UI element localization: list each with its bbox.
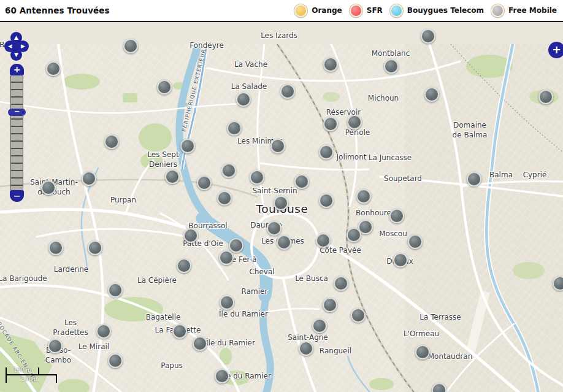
antenna-map-app: BLes IzardsFondeyreLa VacheMontblancLa S… [0, 0, 563, 392]
antenna-marker[interactable] [270, 139, 285, 153]
pan-down-button[interactable]: ▼ [10, 49, 22, 61]
antenna-marker[interactable] [236, 92, 251, 107]
page-title: 60 Antennes Trouvées [0, 6, 110, 15]
antenna-marker[interactable] [424, 87, 439, 102]
scale-metric-label: 100 m [13, 367, 31, 373]
antenna-marker[interactable] [389, 209, 404, 223]
header: 60 Antennes Trouvées OrangeSFRBouygues T… [0, 0, 563, 22]
antenna-marker[interactable] [217, 191, 232, 206]
antenna-marker[interactable] [274, 196, 288, 210]
antenna-marker[interactable] [316, 233, 331, 248]
antenna-marker[interactable] [229, 238, 243, 253]
antenna-marker[interactable] [351, 308, 366, 323]
antenna-marker[interactable] [177, 258, 191, 273]
antenna-marker[interactable] [415, 345, 430, 359]
antenna-marker[interactable] [41, 180, 56, 195]
antenna-marker[interactable] [157, 80, 172, 94]
antenna-marker[interactable] [193, 336, 207, 351]
legend-item-label: Orange [312, 6, 342, 15]
antenna-marker[interactable] [88, 240, 102, 255]
legend-item-free-mobile: Free Mobile [491, 4, 557, 17]
antenna-marker[interactable] [323, 57, 338, 72]
antenna-marker[interactable] [180, 139, 195, 153]
antenna-marker[interactable] [221, 163, 236, 178]
legend-item-sfr: SFR [350, 4, 383, 17]
antenna-marker[interactable] [108, 353, 123, 368]
operator-color-icon [491, 4, 504, 17]
antenna-marker[interactable] [165, 169, 180, 184]
antenna-marker[interactable] [277, 235, 291, 250]
legend-item-orange: Orange [294, 4, 342, 17]
legend: OrangeSFRBouygues TelecomFree Mobile [287, 4, 563, 17]
scale-imperial-label: 500 ft [21, 376, 38, 382]
antenna-marker[interactable] [294, 174, 309, 189]
antenna-marker[interactable] [215, 369, 229, 383]
antenna-marker[interactable] [48, 240, 63, 255]
legend-item-label: Bouygues Telecom [407, 6, 484, 15]
zoom-in-button[interactable]: + [10, 64, 24, 75]
antenna-marker[interactable] [219, 250, 234, 265]
antenna-marker[interactable] [408, 234, 423, 249]
antenna-marker[interactable] [384, 59, 399, 74]
antenna-marker[interactable] [48, 339, 63, 353]
layer-switcher-button[interactable]: + [548, 42, 563, 58]
legend-item-label: Free Mobile [508, 6, 557, 15]
antenna-marker[interactable] [183, 228, 198, 243]
pan-control: ▲ ◀ ▶ ▼ [4, 32, 29, 61]
operator-color-icon [350, 4, 362, 17]
antenna-marker[interactable] [323, 298, 337, 312]
antenna-marker[interactable] [108, 283, 123, 298]
antenna-marker[interactable] [393, 253, 408, 267]
antenna-marker[interactable] [250, 170, 264, 185]
antenna-marker[interactable] [96, 324, 111, 339]
operator-color-icon [390, 4, 403, 17]
antenna-marker[interactable] [46, 61, 61, 76]
antenna-marker[interactable] [312, 318, 327, 333]
antenna-marker[interactable] [356, 189, 371, 204]
legend-item-bouygues-telecom: Bouygues Telecom [390, 4, 484, 17]
antenna-marker[interactable] [421, 29, 435, 44]
legend-item-label: SFR [367, 6, 383, 15]
antenna-marker[interactable] [267, 221, 282, 236]
antenna-marker[interactable] [467, 172, 481, 186]
antenna-marker[interactable] [123, 39, 138, 53]
antenna-marker[interactable] [197, 175, 212, 190]
antenna-marker[interactable] [104, 134, 119, 149]
antenna-marker[interactable] [319, 145, 334, 159]
antenna-marker[interactable] [319, 193, 334, 208]
map-terrain [0, 44, 563, 392]
antenna-marker[interactable] [553, 276, 563, 291]
antenna-marker[interactable] [347, 115, 362, 129]
zoom-slider-handle[interactable]: − [8, 109, 26, 116]
operator-color-icon [294, 4, 307, 17]
antenna-marker[interactable] [299, 341, 313, 356]
antenna-marker[interactable] [334, 276, 348, 291]
antenna-marker[interactable] [323, 117, 338, 131]
antenna-marker[interactable] [538, 90, 553, 104]
zoom-slider-track[interactable]: − [10, 75, 23, 190]
scale-bar: 100 m 500 ft [6, 366, 61, 385]
antenna-marker[interactable] [227, 121, 242, 136]
scale-tick-left [6, 367, 7, 383]
antenna-marker[interactable] [280, 84, 295, 99]
antenna-marker[interactable] [82, 171, 96, 186]
scale-tick-imperial [56, 374, 57, 383]
antenna-marker[interactable] [220, 295, 234, 310]
antenna-marker[interactable] [172, 324, 187, 339]
scale-line [6, 374, 57, 375]
scale-tick-metric [38, 367, 39, 375]
antenna-marker[interactable] [347, 228, 361, 242]
